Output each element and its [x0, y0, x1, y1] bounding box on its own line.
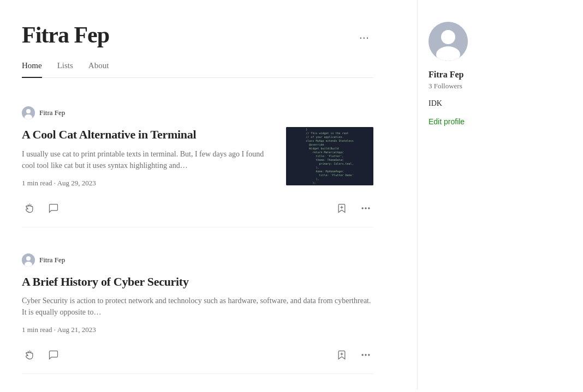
article-thumbnail[interactable]: void main() { runApp(MyApp()); } // This…: [286, 127, 373, 185]
article-more-button[interactable]: [358, 347, 373, 363]
header-more-options-button[interactable]: ···: [355, 28, 373, 47]
comment-icon: [48, 349, 59, 360]
terminal-text: void main() { runApp(MyApp()); } // This…: [306, 127, 353, 185]
more-horiz-icon: [360, 349, 371, 360]
tab-home[interactable]: Home: [22, 61, 42, 78]
svg-point-5: [362, 207, 364, 209]
svg-point-17: [441, 30, 455, 44]
clap-icon: [24, 349, 35, 360]
read-time: 1 min read: [22, 179, 52, 187]
edit-profile-button[interactable]: Edit profile: [429, 117, 465, 126]
tab-lists[interactable]: Lists: [57, 61, 73, 78]
save-icon: [336, 203, 347, 214]
article-excerpt: I usually use cat to print printable tex…: [22, 148, 273, 171]
tabs-nav: Home Lists About: [22, 61, 373, 78]
article-author-row: Fitra Fep: [22, 106, 373, 119]
sidebar: Fitra Fep 3 Followers IDK Edit profile: [417, 0, 561, 389]
main-content: Fitra Fep ··· Home Lists About Fitra Fep: [22, 0, 417, 389]
tab-about[interactable]: About: [88, 61, 109, 78]
article-more-button[interactable]: [358, 201, 373, 216]
clap-button[interactable]: [22, 201, 37, 216]
svg-point-6: [365, 207, 366, 209]
avatar: [22, 254, 35, 267]
actions-right: [334, 201, 373, 216]
article-text: A Brief History of Cyber Security Cyber …: [22, 274, 373, 342]
article-meta: 1 min read · Aug 21, 2023: [22, 325, 373, 334]
article-card: Fitra Fep A Cool Cat Alternative in Term…: [22, 95, 373, 227]
sidebar-bio: IDK: [429, 99, 561, 108]
author-name: Fitra Fep: [39, 108, 65, 117]
svg-point-1: [26, 109, 31, 113]
svg-point-7: [368, 207, 370, 209]
svg-point-13: [362, 354, 364, 356]
sidebar-name: Fitra Fep: [429, 70, 561, 80]
clap-button[interactable]: [22, 347, 37, 363]
save-button[interactable]: [334, 347, 349, 363]
page-title: Fitra Fep: [22, 22, 109, 48]
page-header: Fitra Fep ···: [22, 22, 373, 48]
article-text: A Cool Cat Alternative in Terminal I usu…: [22, 127, 273, 195]
comment-button[interactable]: [46, 201, 61, 216]
svg-point-15: [368, 354, 370, 356]
more-horiz-icon: [360, 203, 371, 214]
terminal-image: void main() { runApp(MyApp()); } // This…: [286, 127, 373, 185]
svg-point-9: [26, 256, 31, 261]
article-excerpt: Cyber Security is action to protect netw…: [22, 295, 373, 318]
save-icon: [336, 349, 347, 360]
article-card: Fitra Fep A Brief History of Cyber Secur…: [22, 243, 373, 375]
article-actions: [22, 342, 373, 374]
article-body: A Brief History of Cyber Security Cyber …: [22, 274, 373, 342]
svg-point-14: [365, 354, 366, 356]
save-button[interactable]: [334, 201, 349, 216]
article-meta: 1 min read · Aug 29, 2023: [22, 179, 273, 188]
article-title[interactable]: A Brief History of Cyber Security: [22, 274, 373, 290]
actions-left: [22, 347, 61, 363]
clap-icon: [24, 203, 35, 214]
comment-icon: [48, 203, 59, 214]
sidebar-avatar: [429, 22, 468, 61]
article-date: Aug 29, 2023: [57, 179, 96, 187]
article-body: A Cool Cat Alternative in Terminal I usu…: [22, 127, 373, 195]
comment-button[interactable]: [46, 347, 61, 363]
article-actions: [22, 195, 373, 227]
read-time: 1 min read: [22, 325, 52, 334]
avatar: [22, 106, 35, 119]
author-name: Fitra Fep: [39, 256, 65, 264]
article-date: Aug 21, 2023: [57, 325, 96, 334]
actions-right: [334, 347, 373, 363]
article-title[interactable]: A Cool Cat Alternative in Terminal: [22, 127, 273, 143]
actions-left: [22, 201, 61, 216]
article-author-row: Fitra Fep: [22, 254, 373, 267]
sidebar-followers: 3 Followers: [429, 82, 561, 91]
